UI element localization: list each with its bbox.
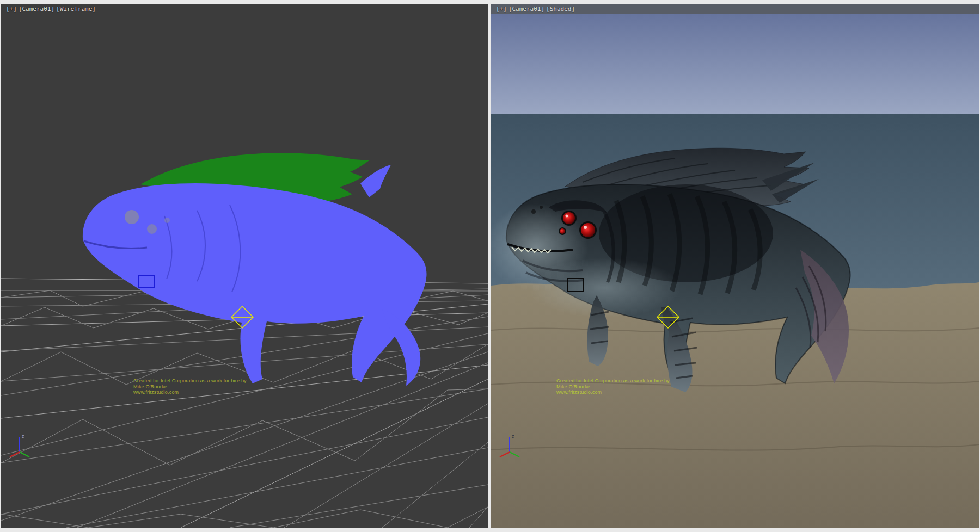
wireframe-scene [1,4,488,528]
watermark-text: Created for Intel Corporation as a work … [556,378,671,395]
watermark-line-1: Created for Intel Corporation as a work … [556,378,671,384]
sky [491,14,979,114]
axis-tripod: z [498,431,522,460]
camera-label[interactable]: [Camera01] [508,5,545,13]
watermark-line-2: Mike O'Rourke [133,384,248,390]
watermark-line-1: Created for Intel Corporation as a work … [133,378,248,384]
viewport-menu-button[interactable]: [+] [5,5,17,13]
axis-z-label: z [512,434,514,439]
watermark-line-3: www.fritzstudio.com [133,389,248,395]
axis-z-label: z [22,434,24,439]
viewport-menu-button[interactable]: [+] [495,5,507,13]
viewport-label-right: [+] [Camera01] [Shaded] [495,5,575,13]
back-fin-tip [360,165,391,197]
belly-highlight [528,258,681,318]
viewport-label-left: [+] [Camera01] [Wireframe] [5,5,96,13]
axis-tripod: z [8,431,32,460]
watermark-text: Created for Intel Corporation as a work … [133,378,248,395]
shading-mode-label[interactable]: [Shaded] [546,5,575,13]
viewport-shaded[interactable]: [+] [Camera01] [Shaded] [491,4,979,528]
shading-mode-label[interactable]: [Wireframe] [56,5,96,13]
shaded-scene [491,4,979,528]
viewport-wireframe[interactable]: [+] [Camera01] [Wireframe] [1,4,488,528]
camera-label[interactable]: [Camera01] [18,5,55,13]
watermark-line-3: www.fritzstudio.com [556,389,671,395]
dual-viewport-window: [+] [Camera01] [Wireframe] [0,0,980,532]
watermark-line-2: Mike O'Rourke [556,384,671,390]
fish-model-wireframe[interactable] [83,153,427,386]
